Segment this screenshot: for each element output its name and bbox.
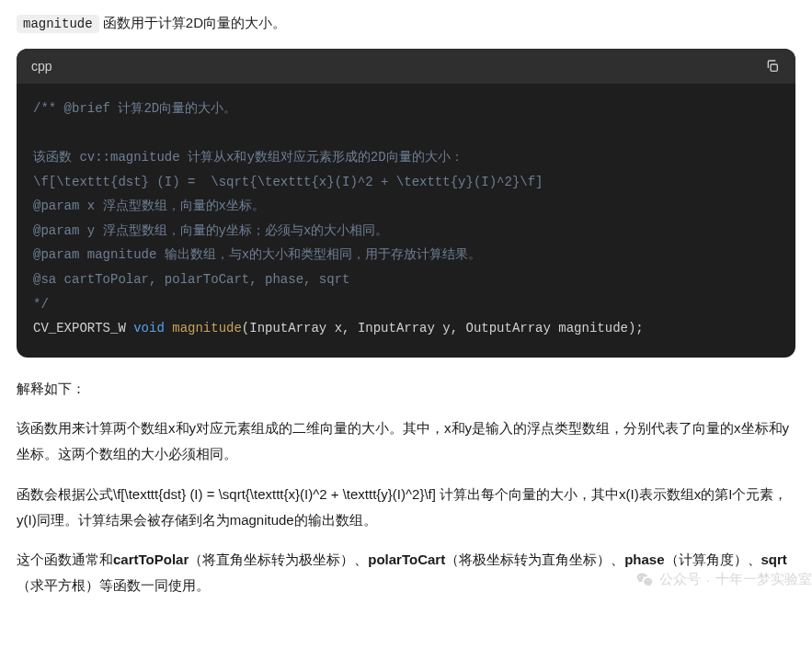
explanation-p2: 函数会根据公式\f[\texttt{dst} (I) = \sqrt{\text… [17,482,795,533]
inline-code-magnitude: magnitude [17,15,99,33]
p3-i: （求平方根）等函数一同使用。 [17,577,210,593]
code-block: cpp /** @brief 计算2D向量的大小。 该函数 cv::magnit… [17,49,795,358]
intro-line: magnitude 函数用于计算2D向量的大小。 [17,11,795,36]
p3-e: （将极坐标转为直角坐标）、 [445,551,624,567]
explanation-p3: 这个函数通常和cartToPolar（将直角坐标转为极坐标）、polarToCa… [17,547,795,598]
explanation-p1: 该函数用来计算两个数组x和y对应元素组成的二维向量的大小。其中，x和y是输入的浮… [17,415,795,467]
code-line: @sa cartToPolar, polarToCart, phase, sqr… [33,272,349,287]
code-header: cpp [17,49,795,84]
p3-g: （计算角度）、 [665,551,761,567]
code-line: \f[\texttt{dst} (I) = \sqrt{\texttt{x}(I… [33,175,543,189]
code-line: */ [33,297,49,312]
code-line: /** @brief 计算2D向量的大小。 [33,101,236,116]
code-line: @param y 浮点型数组，向量的y坐标；必须与x的大小相同。 [33,223,388,238]
code-line: 该函数 cv::magnitude 计算从x和y数组对应元素形成的2D向量的大小… [33,150,463,165]
code-line: @param x 浮点型数组，向量的x坐标。 [33,199,265,213]
copy-icon[interactable] [764,58,781,74]
explanation-heading: 解释如下： [17,376,795,402]
code-signature: CV_EXPORTS_W void magnitude(InputArray x… [33,321,644,335]
p3-polarToCart: polarToCart [368,551,445,567]
p3-cartToPolar: cartToPolar [113,551,189,567]
code-language-label: cpp [31,59,52,74]
code-line: @param magnitude 输出数组，与x的大小和类型相同，用于存放计算结… [33,247,481,262]
p3-c: （将直角坐标转为极坐标）、 [189,551,368,567]
p3-phase: phase [624,551,664,567]
code-body: /** @brief 计算2D向量的大小。 该函数 cv::magnitude … [17,84,795,358]
p3-sqrt: sqrt [761,551,787,567]
svg-rect-0 [771,64,777,71]
intro-text: 函数用于计算2D向量的大小。 [99,15,286,30]
p3-a: 这个函数通常和 [17,551,113,567]
